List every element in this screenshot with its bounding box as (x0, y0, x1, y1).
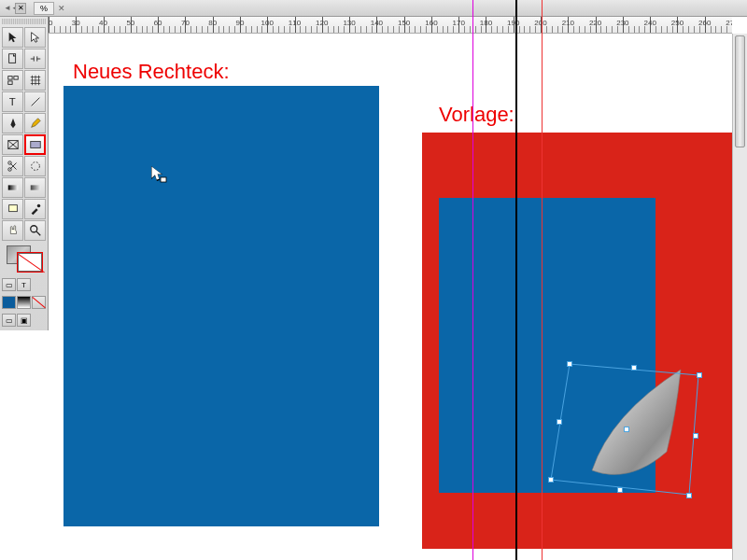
selection-handle[interactable] (617, 487, 623, 493)
svg-rect-9 (30, 142, 40, 148)
stroke-color[interactable] (18, 253, 42, 272)
scrollbar-thumb[interactable] (735, 35, 745, 147)
gradient-feather-tool[interactable] (24, 177, 46, 198)
selection-tool[interactable] (2, 27, 23, 48)
canvas-area[interactable]: Neues Rechteck: Vorlage: (49, 34, 732, 560)
frame-tool[interactable] (2, 134, 23, 155)
apply-none-icon[interactable] (32, 296, 46, 309)
content-tool[interactable] (2, 70, 23, 91)
vertical-scrollbar[interactable] (732, 34, 747, 560)
eyedropper-tool[interactable] (24, 199, 46, 219)
selection-handle[interactable] (557, 419, 562, 425)
svg-line-5 (31, 98, 39, 106)
svg-rect-2 (13, 77, 17, 80)
formatting-text-icon[interactable]: T (17, 278, 31, 291)
selection-handle[interactable] (686, 493, 692, 498)
free-transform-tool[interactable] (24, 156, 46, 176)
formatting-container-icon[interactable]: ▭ (2, 278, 16, 291)
svg-rect-14 (30, 185, 40, 189)
rectangle-tool[interactable] (24, 134, 46, 155)
panel-grip[interactable] (2, 19, 46, 24)
svg-point-16 (36, 204, 40, 208)
tab-prev-icon[interactable]: ◄◄ (4, 4, 13, 13)
svg-point-12 (31, 162, 39, 171)
annotation-template: Vorlage: (439, 103, 514, 127)
svg-rect-15 (8, 205, 17, 212)
selection-handle[interactable] (567, 361, 572, 367)
svg-rect-0 (8, 54, 15, 63)
line-tool[interactable] (24, 91, 46, 112)
scissors-tool[interactable] (2, 156, 23, 176)
gradient-swatch-tool[interactable] (2, 177, 23, 198)
gap-tool[interactable] (24, 49, 46, 69)
direct-selection-tool[interactable] (24, 27, 46, 48)
new-rectangle-shape[interactable] (63, 86, 379, 526)
page-curl-shape[interactable] (536, 358, 704, 508)
pen-tool[interactable] (2, 113, 23, 133)
selection-handle[interactable] (548, 477, 554, 483)
svg-line-18 (35, 231, 39, 235)
svg-rect-13 (7, 185, 18, 189)
guide-spine[interactable] (515, 0, 517, 560)
type-tool[interactable]: T (2, 91, 23, 112)
zoom-tab[interactable]: % (34, 2, 54, 15)
apply-color-icon[interactable] (2, 296, 16, 309)
tab-close-icon[interactable]: ✕ (15, 3, 26, 14)
pencil-tool[interactable] (24, 113, 46, 133)
svg-text:T: T (8, 96, 15, 107)
annotation-new-rect: Neues Rechteck: (73, 60, 230, 84)
page-tool[interactable] (2, 49, 23, 69)
selection-handle[interactable] (697, 372, 702, 378)
fill-stroke-swatch[interactable] (7, 245, 42, 272)
horizontal-ruler[interactable]: 2030405060708090100110120130140150160170… (49, 17, 732, 34)
screen-mode-preview-icon[interactable]: ▣ (17, 314, 31, 327)
apply-gradient-icon[interactable] (17, 296, 31, 309)
hand-tool[interactable] (2, 220, 23, 241)
zoom-tab-close-icon[interactable]: ✕ (58, 4, 65, 13)
zoom-tool[interactable] (24, 220, 46, 241)
screen-mode-normal-icon[interactable]: ▭ (2, 314, 16, 327)
selection-handle[interactable] (693, 433, 698, 439)
svg-rect-1 (7, 77, 11, 80)
toolbox-panel: T ▭ T ▭ ▣ (0, 17, 49, 330)
document-tab-bar: ◄◄ ✕ % ✕ (0, 0, 747, 17)
guide-bleed[interactable] (542, 0, 543, 560)
svg-point-17 (30, 226, 36, 232)
selection-handle[interactable] (624, 427, 629, 432)
selection-handle[interactable] (631, 365, 637, 371)
svg-rect-3 (7, 81, 11, 85)
note-tool[interactable] (2, 199, 23, 219)
guide-magenta[interactable] (472, 0, 473, 560)
grid-tool[interactable] (24, 70, 46, 91)
